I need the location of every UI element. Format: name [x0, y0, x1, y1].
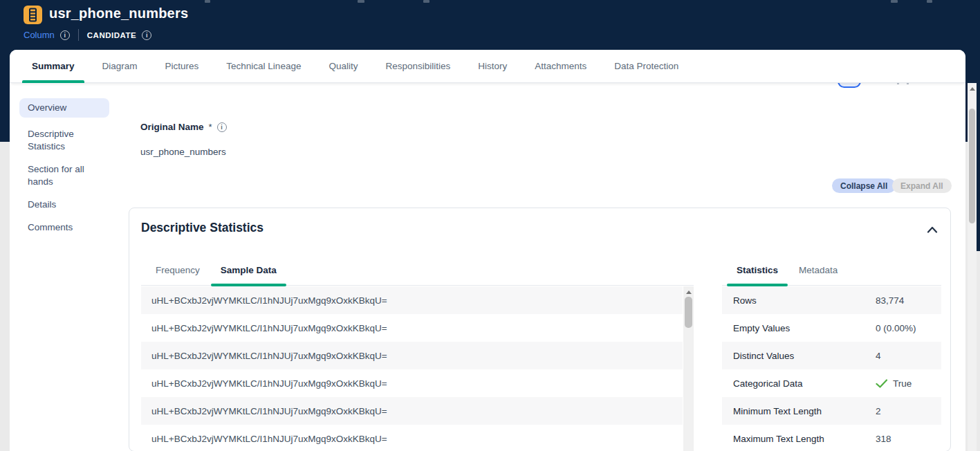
stat-value: 0 (0.00%)	[876, 323, 916, 333]
asset-meta-row: Column i CANDIDATE i	[24, 29, 151, 41]
scroll-up-arrow-icon[interactable]	[686, 291, 692, 294]
required-marker: *	[209, 122, 212, 132]
sample-tabs: Frequency Sample Data	[141, 264, 694, 286]
asset-tab-bar: Summary Diagram Pictures Technical Linea…	[10, 50, 965, 83]
info-icon[interactable]: i	[60, 30, 70, 40]
section-nav: Overview Descriptive Statistics Section …	[19, 98, 116, 234]
tab-responsibilities[interactable]: Responsibilities	[381, 50, 454, 83]
sample-row: uHL+BCxbJ2vjWYMKtLC/I1hNJUj7uxMgq9xOxkKB…	[141, 425, 683, 451]
tab-technical-lineage[interactable]: Technical Lineage	[222, 50, 305, 83]
tab-summary[interactable]: Summary	[28, 50, 79, 83]
scrollbar-thumb[interactable]	[969, 109, 975, 223]
card-title: Descriptive Statistics	[141, 221, 264, 235]
original-name-label: Original Name	[140, 122, 204, 132]
stat-value: 4	[876, 351, 881, 361]
original-name-field-header: Original Name * i	[140, 122, 227, 132]
tab-pictures[interactable]: Pictures	[161, 50, 203, 83]
stat-label: Categorical Data	[733, 378, 803, 389]
sidebar-item-overview[interactable]: Overview	[19, 98, 109, 118]
sample-data-list: uHL+BCxbJ2vjWYMKtLC/I1hNJUj7uxMgq9xOxkKB…	[141, 286, 683, 451]
stat-label: Rows	[733, 295, 757, 306]
stat-row-empty-values: Empty Values 0 (0.00%)	[722, 314, 941, 342]
tab-quality[interactable]: Quality	[324, 50, 362, 83]
collapse-all-button[interactable]: Collapse All	[832, 178, 896, 193]
statistics-tabs: Statistics Metadata	[722, 264, 941, 286]
stat-value: 83,774	[876, 295, 904, 306]
asset-type-link[interactable]: Column	[24, 30, 55, 40]
stat-row-minimum-text-length: Minimum Text Length 2	[722, 397, 941, 425]
sample-row: uHL+BCxbJ2vjWYMKtLC/I1hNJUj7uxMgq9xOxkKB…	[141, 286, 683, 314]
info-icon[interactable]: i	[217, 122, 227, 132]
stat-row-rows: Rows 83,774	[722, 286, 941, 314]
tab-sample-data[interactable]: Sample Data	[216, 264, 281, 286]
tab-frequency[interactable]: Frequency	[151, 264, 204, 286]
tab-metadata[interactable]: Metadata	[795, 264, 842, 286]
sample-row: uHL+BCxbJ2vjWYMKtLC/I1hNJUj7uxMgq9xOxkKB…	[141, 314, 683, 342]
asset-header: usr_phone_numbers Column i CANDIDATE i	[0, 0, 980, 50]
stat-label: Empty Values	[733, 323, 790, 333]
tab-attachments[interactable]: Attachments	[530, 50, 591, 83]
status-badge: CANDIDATE	[87, 31, 136, 39]
stat-value: 2	[876, 406, 881, 416]
stat-row-distinct-values: Distinct Values 4	[722, 342, 941, 369]
stat-row-categorical-data: Categorical Data True	[722, 369, 941, 397]
tab-history[interactable]: History	[474, 50, 511, 83]
sidebar-item-descriptive-statistics[interactable]: Descriptive Statistics	[19, 128, 109, 153]
sidebar-item-details[interactable]: Details	[19, 199, 109, 211]
scrollbar-thumb[interactable]	[685, 297, 692, 328]
stat-label: Distinct Values	[733, 351, 794, 361]
stat-label: Maximum Text Length	[733, 434, 824, 444]
stat-row-maximum-text-length: Maximum Text Length 318	[722, 425, 941, 451]
page-scrollbar[interactable]	[968, 83, 977, 451]
expand-all-button[interactable]: Expand All	[892, 178, 952, 193]
tab-data-protection[interactable]: Data Protection	[610, 50, 683, 83]
stat-value: 318	[876, 434, 891, 444]
sample-row: uHL+BCxbJ2vjWYMKtLC/I1hNJUj7uxMgq9xOxkKB…	[141, 342, 683, 369]
sample-list-scrollbar[interactable]	[683, 286, 694, 451]
tab-diagram[interactable]: Diagram	[98, 50, 142, 83]
original-name-value: usr_phone_numbers	[140, 147, 226, 157]
descriptive-statistics-card: Descriptive Statistics Frequency Sample …	[129, 208, 951, 451]
sidebar-item-comments[interactable]: Comments	[19, 221, 109, 234]
column-icon	[24, 6, 42, 24]
info-icon[interactable]: i	[142, 30, 151, 40]
sidebar-item-section-for-all-hands[interactable]: Section for all hands	[19, 163, 109, 188]
sample-row: uHL+BCxbJ2vjWYMKtLC/I1hNJUj7uxMgq9xOxkKB…	[141, 397, 683, 425]
stat-value-text: True	[893, 378, 912, 389]
divider	[78, 29, 79, 41]
stat-value: True	[876, 378, 912, 389]
check-icon	[876, 379, 888, 388]
content-panel: Overview Summary Diagram Pictures Techni…	[10, 50, 965, 451]
chevron-up-icon[interactable]	[927, 223, 938, 236]
stat-label: Minimum Text Length	[733, 406, 822, 416]
page-title: usr_phone_numbers	[49, 6, 188, 21]
column-asset-icon	[24, 6, 42, 24]
scroll-up-arrow-icon[interactable]	[970, 87, 975, 91]
tab-statistics[interactable]: Statistics	[732, 264, 782, 286]
sample-row: uHL+BCxbJ2vjWYMKtLC/I1hNJUj7uxMgq9xOxkKB…	[141, 369, 683, 397]
statistics-list: Rows 83,774 Empty Values 0 (0.00%) Disti…	[722, 286, 941, 451]
